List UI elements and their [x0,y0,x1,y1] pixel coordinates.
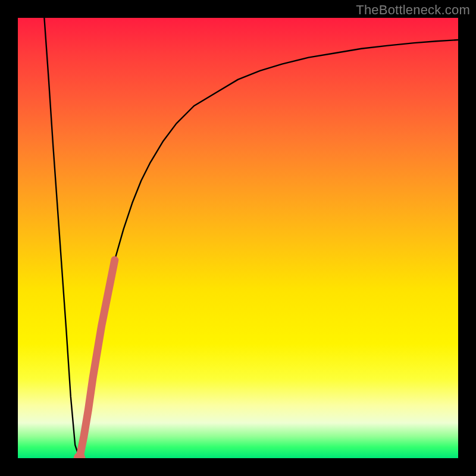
chart-frame: TheBottleneck.com [0,0,476,476]
watermark-text: TheBottleneck.com [356,2,470,18]
marker-segment [80,260,115,458]
chart-svg [18,18,458,458]
right-branch-curve [80,40,458,458]
left-branch-curve [44,18,79,458]
plot-area [18,18,458,458]
